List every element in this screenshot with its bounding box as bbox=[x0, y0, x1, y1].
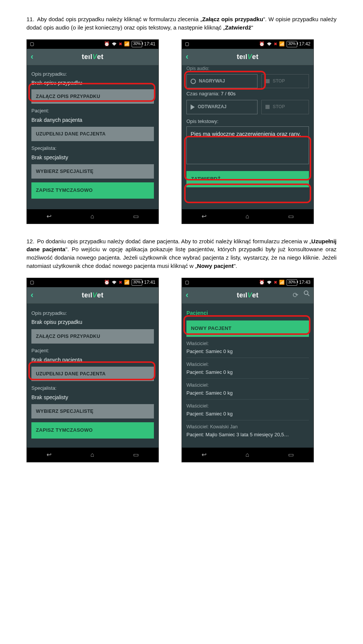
owner-label: Właściciel: Kowalski Jan bbox=[186, 423, 309, 430]
patient-value: Brak danych pacjenta bbox=[31, 356, 154, 364]
recording-time: Czas nagrania: 7 / 60s bbox=[186, 90, 309, 98]
patient-label: Pacjent: Samiec 0 kg bbox=[186, 369, 309, 376]
record-button[interactable]: NAGRYWAJ bbox=[186, 74, 258, 88]
record-icon bbox=[191, 79, 196, 84]
play-icon bbox=[191, 104, 195, 110]
statusbar: ▢ ⏰ ✖ 📶 30% 17:41 bbox=[27, 278, 158, 287]
nav-back-icon[interactable]: ↩ bbox=[202, 450, 206, 459]
case-value: Brak opisu przypadku bbox=[31, 318, 154, 326]
battery-icon: 30% bbox=[287, 41, 297, 47]
audio-label-cut: Opis audio: bbox=[186, 65, 309, 72]
picture-icon: ▢ bbox=[185, 41, 189, 47]
stop-icon bbox=[265, 105, 270, 109]
sim-icon: ✖ bbox=[119, 41, 122, 47]
nav-home-icon[interactable]: ⌂ bbox=[245, 450, 249, 459]
save-temp-button[interactable]: ZAPISZ TYMCZASOWO bbox=[31, 422, 154, 439]
back-icon[interactable]: ‹ bbox=[31, 289, 33, 301]
statusbar: ▢ ⏰ ✖ 📶 30% 17:42 bbox=[182, 40, 313, 49]
battery-icon: 30% bbox=[132, 41, 142, 47]
phone-screenshot-2: ▢ ⏰ ✖ 📶 30% 17:42 ‹ teılVet Opis audio: … bbox=[182, 39, 314, 224]
specialist-label: Specjalista: bbox=[31, 385, 154, 392]
nav-home-icon[interactable]: ⌂ bbox=[245, 212, 249, 221]
app-logo: teılVet bbox=[237, 52, 259, 62]
nav-recent-icon[interactable]: ▭ bbox=[288, 450, 294, 459]
screenshot-row-1: ▢ ⏰ ✖ 📶 30% 17:41 ‹ teılVet Opis przypad… bbox=[26, 39, 337, 224]
back-icon[interactable]: ‹ bbox=[31, 51, 33, 63]
android-navbar: ↩ ⌂ ▭ bbox=[182, 209, 313, 224]
nav-back-icon[interactable]: ↩ bbox=[47, 212, 51, 221]
nav-back-icon[interactable]: ↩ bbox=[202, 212, 206, 221]
alarm-icon: ⏰ bbox=[259, 41, 265, 47]
nav-recent-icon[interactable]: ▭ bbox=[133, 450, 139, 459]
patient-label: Pacjent: Samiec 0 kg bbox=[186, 390, 309, 397]
app-logo: teılVet bbox=[237, 290, 259, 300]
appbar: ‹ teılVet bbox=[27, 287, 158, 304]
patient-value: Brak danych pacjenta bbox=[31, 116, 154, 124]
nav-back-icon[interactable]: ↩ bbox=[47, 450, 51, 459]
battery-icon: 30% bbox=[287, 279, 297, 286]
patient-list-item[interactable]: Właściciel:Pacjent: Samiec 0 kg bbox=[186, 337, 309, 358]
appbar: ‹ teılVet bbox=[27, 49, 158, 65]
sim-icon: ✖ bbox=[274, 41, 277, 47]
patient-label: Pacjent: Samiec 0 kg bbox=[186, 411, 309, 418]
appbar: ‹ teılVet bbox=[182, 49, 313, 65]
fill-patient-button[interactable]: UZUPEŁNIJ DANE PACJENTA bbox=[31, 367, 154, 381]
sim-icon: ✖ bbox=[119, 280, 122, 286]
statusbar: ▢ ⏰ ✖ 📶 30% 17:43 bbox=[182, 278, 313, 287]
record-stop-button[interactable]: STOP bbox=[261, 74, 309, 88]
clock: 17:43 bbox=[299, 279, 310, 286]
save-temp-button[interactable]: ZAPISZ TYMCZASOWO bbox=[31, 182, 154, 199]
screenshot-row-2: ▢ ⏰ ✖ 📶 30% 17:41 ‹ teılVet Opis przypad… bbox=[26, 278, 337, 462]
appbar: ‹ teılVet ⟳ bbox=[182, 287, 313, 304]
phone-screenshot-3: ▢ ⏰ ✖ 📶 30% 17:41 ‹ teılVet Opis przypad… bbox=[26, 278, 159, 462]
signal-icon: 📶 bbox=[279, 41, 285, 47]
specialist-value: Brak specjalisty bbox=[31, 154, 154, 161]
fill-patient-button[interactable]: UZUPEŁNIJ DANE PACJENTA bbox=[31, 127, 154, 141]
nav-home-icon[interactable]: ⌂ bbox=[90, 450, 94, 459]
choose-specialist-button[interactable]: WYBIERZ SPECJALISTĘ bbox=[31, 164, 154, 179]
patient-label: Pacjent: Majlo Samiec 3 lata 5 miesięcy … bbox=[186, 431, 309, 439]
refresh-icon[interactable]: ⟳ bbox=[293, 290, 298, 300]
nav-recent-icon[interactable]: ▭ bbox=[288, 212, 294, 221]
statusbar: ▢ ⏰ ✖ 📶 30% 17:41 bbox=[27, 40, 158, 49]
owner-label: Właściciel: bbox=[186, 403, 309, 409]
alarm-icon: ⏰ bbox=[259, 279, 265, 286]
stop-icon bbox=[265, 79, 270, 83]
play-stop-button[interactable]: STOP bbox=[261, 100, 309, 114]
patient-label: Pacjent: bbox=[31, 107, 154, 115]
search-icon[interactable] bbox=[304, 290, 310, 300]
alarm-icon: ⏰ bbox=[104, 41, 110, 47]
form-content: Opis przypadku: Brak opisu przypadku ZAŁ… bbox=[27, 65, 158, 209]
choose-specialist-button[interactable]: WYBIERZ SPECJALISTĘ bbox=[31, 404, 154, 418]
text-description-input[interactable]: Pies ma widoczne zaczerwienienia oraz ra… bbox=[186, 126, 309, 164]
back-icon[interactable]: ‹ bbox=[186, 51, 188, 63]
case-label: Opis przypadku: bbox=[31, 310, 154, 317]
attach-case-button[interactable]: ZAŁĄCZ OPIS PRZYPADKU bbox=[31, 89, 154, 104]
picture-icon: ▢ bbox=[185, 279, 189, 286]
clock: 17:41 bbox=[144, 41, 155, 47]
attach-case-button[interactable]: ZAŁĄCZ OPIS PRZYPADKU bbox=[31, 329, 154, 344]
specialist-label: Specjalista: bbox=[31, 145, 154, 152]
nav-home-icon[interactable]: ⌂ bbox=[90, 212, 94, 221]
signal-icon: 📶 bbox=[124, 41, 130, 47]
specialist-value: Brak specjalisty bbox=[31, 394, 154, 401]
android-navbar: ↩ ⌂ ▭ bbox=[182, 448, 313, 462]
picture-icon: ▢ bbox=[30, 41, 34, 47]
patient-list-item[interactable]: Właściciel: Kowalski JanPacjent: Majlo S… bbox=[186, 420, 309, 441]
new-patient-button[interactable]: NOWY PACJENT bbox=[186, 320, 309, 337]
sim-icon: ✖ bbox=[274, 280, 277, 286]
patient-list-item[interactable]: Właściciel:Pacjent: Samiec 0 kg bbox=[186, 378, 309, 399]
owner-label: Właściciel: bbox=[186, 382, 309, 389]
patient-label: Pacjent: Samiec 0 kg bbox=[186, 348, 309, 355]
wifi-icon bbox=[267, 42, 272, 46]
back-icon[interactable]: ‹ bbox=[186, 289, 188, 301]
step-12-text: 12.Po dodaniu opis przypadku należy doda… bbox=[26, 237, 337, 270]
patient-list-item[interactable]: Właściciel:Pacjent: Samiec 0 kg bbox=[186, 358, 309, 378]
form-content: Opis przypadku: Brak opisu przypadku ZAŁ… bbox=[27, 304, 158, 448]
nav-recent-icon[interactable]: ▭ bbox=[133, 212, 139, 221]
owner-label: Właściciel: bbox=[186, 340, 309, 347]
app-logo: teılVet bbox=[82, 52, 104, 62]
play-button[interactable]: ODTWARZAJ bbox=[186, 100, 258, 114]
confirm-button[interactable]: ZATWIERDŹ bbox=[186, 171, 309, 187]
patient-list-item[interactable]: Właściciel:Pacjent: Samiec 0 kg bbox=[186, 399, 309, 420]
